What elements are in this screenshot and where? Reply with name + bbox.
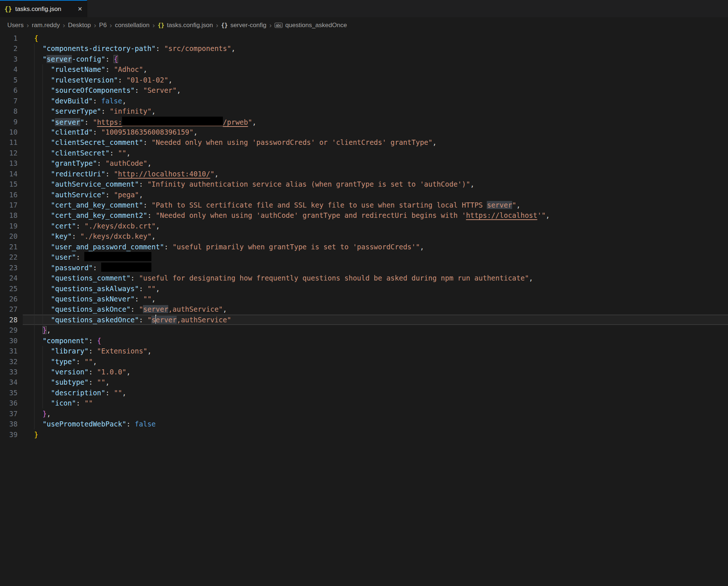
breadcrumb-item-users[interactable]: Users <box>7 22 23 29</box>
code-line[interactable]: 39} <box>0 429 728 440</box>
code-line[interactable]: 20 "key": "./keys/dxcb.key", <box>0 231 728 241</box>
editor-code[interactable]: 1{2 "components-directory-path": "src/co… <box>0 33 728 440</box>
breadcrumb-item-desktop[interactable]: Desktop <box>68 22 91 29</box>
code-line[interactable]: 21 "user_and_password_comment": "useful … <box>0 242 728 252</box>
close-icon[interactable]: ✕ <box>78 6 82 12</box>
line-content[interactable]: "authService_comment": "Infinity authent… <box>23 179 728 189</box>
code-line[interactable]: 34 "subtype": "", <box>0 377 728 387</box>
line-number[interactable]: 26 <box>0 294 23 304</box>
code-line[interactable]: 22 "user": <box>0 252 728 262</box>
line-content[interactable]: "subtype": "", <box>23 377 728 387</box>
line-number[interactable]: 1 <box>0 33 23 43</box>
line-number[interactable]: 34 <box>0 377 23 387</box>
code-line[interactable]: 32 "type": "", <box>0 356 728 367</box>
breadcrumb-item-p6[interactable]: P6 <box>99 22 107 29</box>
code-line[interactable]: 27 "questions_askOnce": "server,authServ… <box>0 304 728 314</box>
line-content[interactable]: "rulesetVersion": "01-01-02", <box>23 75 728 85</box>
tab-tasks-config-json[interactable]: {} tasks.config.json ✕ <box>0 0 87 17</box>
code-line[interactable]: 23 "password": <box>0 263 728 273</box>
line-number[interactable]: 3 <box>0 54 23 64</box>
line-number[interactable]: 35 <box>0 388 23 398</box>
code-line[interactable]: 28 "questions_askedOnce": "server,authSe… <box>0 315 728 325</box>
breadcrumb-item-constellation[interactable]: constellation <box>115 22 150 29</box>
code-line[interactable]: 31 "library": "Extensions", <box>0 346 728 356</box>
line-number[interactable]: 14 <box>0 169 23 179</box>
code-line[interactable]: 9 "server": "https:/prweb", <box>0 117 728 127</box>
line-number[interactable]: 39 <box>0 429 23 440</box>
code-line[interactable]: 29 }, <box>0 325 728 335</box>
line-content[interactable]: "library": "Extensions", <box>23 346 728 356</box>
line-content[interactable]: "type": "", <box>23 356 728 367</box>
line-content[interactable]: "questions_askedOnce": "server,authServi… <box>23 315 728 325</box>
line-number[interactable]: 9 <box>0 117 23 127</box>
code-line[interactable]: 36 "icon": "" <box>0 398 728 408</box>
line-content[interactable]: "server-config": { <box>23 54 728 64</box>
code-line[interactable]: 13 "grantType": "authCode", <box>0 158 728 168</box>
line-number[interactable]: 8 <box>0 106 23 116</box>
line-number[interactable]: 5 <box>0 75 23 85</box>
line-content[interactable]: "redirectUri": "http://localhost:4010/", <box>23 169 728 179</box>
code-line[interactable]: 4 "rulesetName": "Adhoc", <box>0 64 728 74</box>
breadcrumb-item-questions-askedonce[interactable]: abcquestions_askedOnce <box>275 22 347 29</box>
code-line[interactable]: 10 "clientId": "10095186356008396159", <box>0 127 728 137</box>
line-content[interactable]: "questions_askAlways": "", <box>23 283 728 294</box>
line-number[interactable]: 18 <box>0 210 23 220</box>
code-line[interactable]: 12 "clientSecret": "", <box>0 148 728 158</box>
line-number[interactable]: 25 <box>0 283 23 294</box>
code-line[interactable]: 38 "usePromotedWebPack": false <box>0 419 728 429</box>
code-line[interactable]: 24 "questions_comment": "useful for desi… <box>0 273 728 283</box>
line-content[interactable]: "components-directory-path": "src/compon… <box>23 43 728 54</box>
line-content[interactable]: "questions_askOnce": "server,authService… <box>23 304 728 314</box>
line-number[interactable]: 17 <box>0 200 23 210</box>
line-number[interactable]: 27 <box>0 304 23 314</box>
code-line[interactable]: 14 "redirectUri": "http://localhost:4010… <box>0 169 728 179</box>
line-number[interactable]: 15 <box>0 179 23 189</box>
line-number[interactable]: 10 <box>0 127 23 137</box>
line-content[interactable]: "server": "https:/prweb", <box>23 117 728 127</box>
line-number[interactable]: 28 <box>0 315 23 325</box>
line-number[interactable]: 16 <box>0 190 23 200</box>
line-number[interactable]: 13 <box>0 158 23 168</box>
code-line[interactable]: 15 "authService_comment": "Infinity auth… <box>0 179 728 189</box>
line-number[interactable]: 20 <box>0 231 23 241</box>
line-number[interactable]: 4 <box>0 64 23 74</box>
line-content[interactable]: "password": <box>23 263 728 273</box>
line-content[interactable]: "version": "1.0.0", <box>23 367 728 377</box>
line-number[interactable]: 38 <box>0 419 23 429</box>
line-content[interactable]: "user": <box>23 252 728 262</box>
line-content[interactable]: "cert_and_key_comment": "Path to SSL cer… <box>23 200 728 210</box>
line-number[interactable]: 2 <box>0 43 23 54</box>
line-content[interactable]: "sourceOfComponents": "Server", <box>23 85 728 95</box>
line-content[interactable]: }, <box>23 325 728 335</box>
line-number[interactable]: 23 <box>0 263 23 273</box>
line-content[interactable]: "cert": "./keys/dxcb.crt", <box>23 221 728 231</box>
code-line[interactable]: 30 "component": { <box>0 336 728 346</box>
code-line[interactable]: 35 "description": "", <box>0 388 728 398</box>
line-number[interactable]: 32 <box>0 356 23 367</box>
code-line[interactable]: 25 "questions_askAlways": "", <box>0 283 728 294</box>
line-content[interactable]: "rulesetName": "Adhoc", <box>23 64 728 74</box>
code-line[interactable]: 7 "devBuild": false, <box>0 96 728 106</box>
breadcrumb-item-server-config[interactable]: {}server-config <box>221 22 266 29</box>
line-content[interactable]: "cert_and_key_comment2": "Needed only wh… <box>23 210 728 220</box>
code-line[interactable]: 37 }, <box>0 409 728 419</box>
line-content[interactable]: } <box>23 429 728 440</box>
code-line[interactable]: 2 "components-directory-path": "src/comp… <box>0 43 728 54</box>
line-number[interactable]: 33 <box>0 367 23 377</box>
code-line[interactable]: 5 "rulesetVersion": "01-01-02", <box>0 75 728 85</box>
line-content[interactable]: "usePromotedWebPack": false <box>23 419 728 429</box>
line-content[interactable]: "questions_askNever": "", <box>23 294 728 304</box>
code-line[interactable]: 8 "serverType": "infinity", <box>0 106 728 116</box>
line-number[interactable]: 19 <box>0 221 23 231</box>
line-content[interactable]: "key": "./keys/dxcb.key", <box>23 231 728 241</box>
line-number[interactable]: 36 <box>0 398 23 408</box>
line-content[interactable]: "questions_comment": "useful for designa… <box>23 273 728 283</box>
code-line[interactable]: 11 "clientSecret_comment": "Needed only … <box>0 137 728 147</box>
code-line[interactable]: 33 "version": "1.0.0", <box>0 367 728 377</box>
line-number[interactable]: 12 <box>0 148 23 158</box>
line-number[interactable]: 29 <box>0 325 23 335</box>
line-content[interactable]: "grantType": "authCode", <box>23 158 728 168</box>
line-number[interactable]: 22 <box>0 252 23 262</box>
code-line[interactable]: 18 "cert_and_key_comment2": "Needed only… <box>0 210 728 220</box>
line-number[interactable]: 37 <box>0 409 23 419</box>
